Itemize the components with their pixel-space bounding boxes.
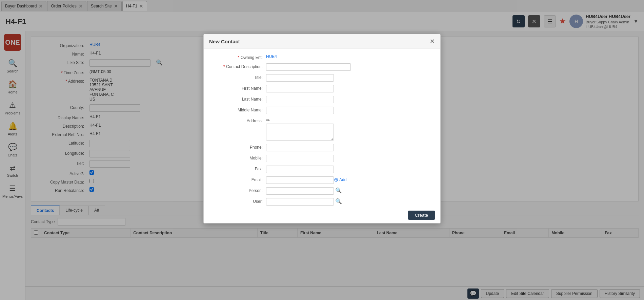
mobile-label: Mobile: xyxy=(212,155,266,160)
create-button[interactable]: Create xyxy=(408,211,435,220)
email-label: Email: xyxy=(212,176,266,182)
contact-desc-label: Contact Description: xyxy=(212,63,266,69)
plus-icon: ⊕ xyxy=(334,176,338,183)
phone-input[interactable] xyxy=(266,144,334,151)
address-edit-row: ✏ xyxy=(266,117,334,123)
firstname-input[interactable] xyxy=(266,85,334,92)
person-label: Person: xyxy=(212,187,266,193)
middlename-label: Middle Name: xyxy=(212,107,266,112)
modal-row-mobile: Mobile: xyxy=(212,155,432,162)
lastname-input[interactable] xyxy=(266,96,334,103)
address-field-label: Address: xyxy=(212,117,266,123)
modal-footer: Create xyxy=(204,207,440,223)
title-field-label: Title: xyxy=(212,74,266,80)
fax-label: Fax: xyxy=(212,166,266,171)
address-textarea[interactable] xyxy=(266,124,334,141)
person-search-button[interactable]: 🔍 xyxy=(334,187,343,194)
person-input[interactable] xyxy=(266,187,334,195)
modal-row-lastname: Last Name: xyxy=(212,96,432,103)
contact-desc-input[interactable] xyxy=(266,63,351,71)
modal-row-user: User: 🔍 xyxy=(212,198,432,206)
user-label: User: xyxy=(212,198,266,204)
address-edit-icon[interactable]: ✏ xyxy=(266,117,270,123)
modal-row-middlename: Middle Name: xyxy=(212,107,432,114)
modal-header: New Contact ✕ xyxy=(204,34,440,49)
lastname-label: Last Name: xyxy=(212,96,266,102)
modal-row-contact-desc: Contact Description: xyxy=(212,63,432,71)
modal-row-title: Title: xyxy=(212,74,432,82)
modal-overlay: New Contact ✕ Owning Ent: HUB4 Contact D… xyxy=(0,0,644,300)
mobile-input[interactable] xyxy=(266,155,334,162)
add-email-button[interactable]: ⊕ Add xyxy=(334,176,346,183)
add-label: Add xyxy=(339,177,346,182)
owning-ent-link[interactable]: HUB4 xyxy=(266,54,277,59)
modal-body: Owning Ent: HUB4 Contact Description: Ti… xyxy=(204,49,440,207)
email-input[interactable] xyxy=(266,176,334,184)
modal-row-phone: Phone: xyxy=(212,144,432,151)
modal-row-email: Email: ⊕ Add xyxy=(212,176,432,184)
modal-row-fax: Fax: xyxy=(212,166,432,173)
user-input[interactable] xyxy=(266,198,334,206)
title-field-input[interactable] xyxy=(266,74,334,82)
firstname-label: First Name: xyxy=(212,85,266,91)
phone-label: Phone: xyxy=(212,144,266,150)
modal-row-owning: Owning Ent: HUB4 xyxy=(212,54,432,60)
middlename-input[interactable] xyxy=(266,107,334,114)
modal-title: New Contact xyxy=(209,39,240,44)
modal-close-button[interactable]: ✕ xyxy=(430,38,435,45)
new-contact-modal: New Contact ✕ Owning Ent: HUB4 Contact D… xyxy=(203,34,441,223)
owning-ent-label: Owning Ent: xyxy=(212,54,266,60)
address-area-wrap: ✏ xyxy=(266,117,334,141)
modal-row-firstname: First Name: xyxy=(212,85,432,92)
modal-row-person: Person: 🔍 xyxy=(212,187,432,195)
user-search-button[interactable]: 🔍 xyxy=(334,198,343,205)
fax-input[interactable] xyxy=(266,166,334,173)
modal-row-address: Address: ✏ xyxy=(212,117,432,141)
